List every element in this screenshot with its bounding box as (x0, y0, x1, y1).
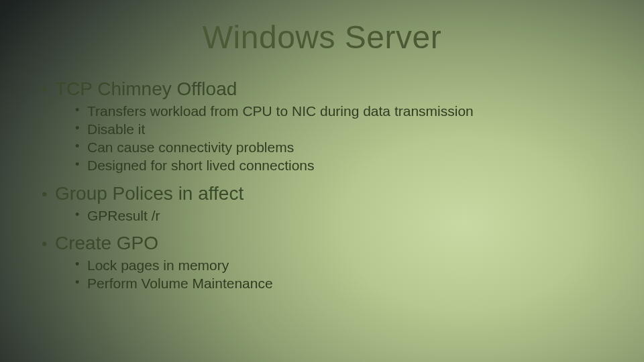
list-item-label: Group Polices in affect (55, 183, 244, 204)
list-item-label: TCP Chimney Offload (55, 78, 237, 99)
list-item-label: Create GPO (55, 233, 158, 253)
sub-list: GPResult /r (75, 207, 604, 225)
list-item: TCP Chimney Offload Transfers workload f… (40, 78, 604, 175)
sub-list-item: Lock pages in memory (75, 257, 604, 275)
sub-list: Lock pages in memory Perform Volume Main… (75, 257, 604, 293)
slide-title: Windows Server (40, 19, 604, 56)
sub-list-item: Designed for short lived connections (75, 157, 604, 175)
sub-list: Transfers workload from CPU to NIC durin… (75, 103, 604, 175)
sub-list-item: GPResult /r (75, 207, 604, 225)
bullet-list: TCP Chimney Offload Transfers workload f… (40, 78, 604, 293)
list-item: Create GPO Lock pages in memory Perform … (40, 233, 604, 293)
sub-list-item: Disable it (75, 121, 604, 139)
sub-list-item: Can cause connectivity problems (75, 139, 604, 157)
sub-list-item: Transfers workload from CPU to NIC durin… (75, 103, 604, 121)
sub-list-item: Perform Volume Maintenance (75, 275, 604, 293)
slide: Windows Server TCP Chimney Offload Trans… (0, 0, 644, 362)
list-item: Group Polices in affect GPResult /r (40, 183, 604, 225)
